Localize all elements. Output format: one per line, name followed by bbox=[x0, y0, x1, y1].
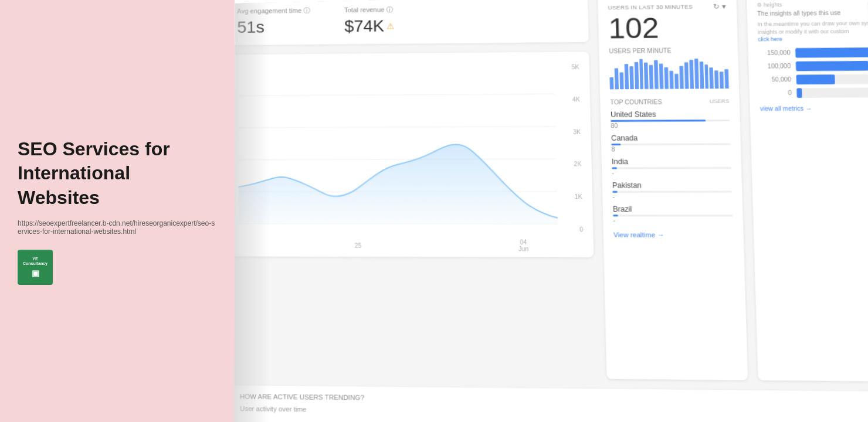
bar bbox=[689, 60, 694, 89]
country-value: 80 bbox=[611, 122, 730, 129]
country-row: India - bbox=[612, 157, 731, 176]
country-bar-container bbox=[612, 191, 732, 193]
bar bbox=[664, 67, 669, 89]
country-bar bbox=[612, 191, 617, 193]
countries-container: United States 80 Canada 8 India - Pakist… bbox=[611, 110, 733, 224]
h-bar-track bbox=[795, 47, 868, 57]
country-name: United States bbox=[611, 110, 730, 118]
top-countries-label: TOP COUNTRIES USERS bbox=[610, 98, 729, 106]
bottom-subtitle: User activity over time bbox=[240, 405, 868, 420]
bottom-section: HOW ARE ACTIVE USERS TRENDING? User acti… bbox=[234, 385, 868, 422]
horizontal-bars: 150,000 100,000 50,000 0 bbox=[758, 47, 868, 98]
h-bar-track bbox=[796, 87, 868, 98]
logo-text: YE Consultancy bbox=[18, 257, 53, 267]
chart-x-labels: 25 04Jun bbox=[239, 239, 568, 253]
bar bbox=[654, 60, 659, 89]
y-label-1k: 1K bbox=[575, 193, 582, 200]
country-bar bbox=[611, 144, 621, 145]
country-row: Canada 8 bbox=[611, 134, 731, 153]
bar bbox=[629, 66, 633, 89]
left-panel: SEO Services for International Websites … bbox=[0, 0, 235, 422]
bar bbox=[615, 68, 619, 89]
revenue-value: $74K bbox=[344, 16, 385, 36]
h-bar-fill bbox=[796, 88, 802, 98]
h-bar-label: 50,000 bbox=[759, 76, 791, 83]
bar bbox=[639, 59, 644, 89]
country-value: - bbox=[613, 217, 733, 224]
h-bar-track bbox=[796, 60, 868, 71]
svg-line-2 bbox=[238, 159, 557, 159]
bar bbox=[634, 62, 639, 89]
h-bar-fill bbox=[795, 47, 868, 58]
view-all-link[interactable]: view all metrics → bbox=[760, 104, 868, 112]
h-bar-fill bbox=[796, 61, 868, 72]
bar bbox=[704, 64, 709, 89]
engagement-value: 51s bbox=[237, 17, 310, 36]
h-bar-row: 150,000 bbox=[758, 47, 868, 57]
country-name: Brazil bbox=[613, 205, 733, 214]
bar bbox=[624, 64, 628, 89]
country-name: India bbox=[612, 157, 731, 166]
realtime-card: USERS IN LAST 30 MINUTES ↻ ▾ 102 USERS P… bbox=[598, 0, 748, 380]
bar bbox=[674, 74, 679, 89]
bar bbox=[710, 67, 714, 89]
svg-line-0 bbox=[238, 94, 555, 96]
logo-badge: YE Consultancy ▣ bbox=[18, 250, 53, 285]
country-bar-container bbox=[612, 167, 731, 169]
dashboard-container: Avg engagement time ⓘ 51s Total revenue … bbox=[234, 0, 868, 422]
h-bar-label: 150,000 bbox=[758, 49, 791, 56]
bar bbox=[619, 73, 623, 90]
refresh-icon[interactable]: ↻ ▾ bbox=[713, 2, 727, 11]
metrics-row: Avg engagement time ⓘ 51s Total revenue … bbox=[234, 0, 589, 45]
country-bar-container bbox=[613, 215, 733, 216]
revenue-label: Total revenue ⓘ bbox=[344, 5, 395, 15]
logo-icon: ▣ bbox=[32, 268, 39, 278]
bar bbox=[644, 63, 649, 89]
y-label-3k: 3K bbox=[573, 128, 581, 135]
bar bbox=[659, 64, 664, 89]
dashboard-panel: Avg engagement time ⓘ 51s Total revenue … bbox=[234, 0, 868, 422]
country-row: United States 80 bbox=[611, 110, 730, 129]
h-bar-label: 0 bbox=[760, 90, 792, 97]
line-chart-svg bbox=[238, 62, 583, 224]
h-bar-row: 50,000 bbox=[759, 74, 868, 84]
users-per-minute-label: USERS PER MINUTE bbox=[609, 47, 728, 55]
y-label-0: 0 bbox=[579, 226, 583, 233]
country-value: - bbox=[612, 193, 732, 200]
y-label-2k: 2K bbox=[574, 161, 581, 168]
h-bar-label: 100,000 bbox=[759, 63, 791, 70]
country-name: Canada bbox=[611, 134, 731, 142]
view-realtime-link[interactable]: View realtime → bbox=[613, 231, 734, 239]
right-chart-card: ⚙ heights The insights all types this us… bbox=[747, 0, 868, 382]
bar bbox=[714, 70, 718, 89]
h-bar-fill bbox=[796, 74, 835, 84]
right-chart-title: ⚙ heights The insights all types this us… bbox=[757, 1, 868, 43]
line-chart-area: 5K 4K 3K 2K 1K 0 bbox=[234, 52, 594, 257]
bar bbox=[669, 71, 673, 89]
bar bbox=[694, 59, 699, 89]
h-bar-row: 100,000 bbox=[759, 60, 868, 71]
country-name: Pakistan bbox=[612, 181, 732, 190]
revenue-metric: Total revenue ⓘ $74K ⚠ bbox=[344, 5, 395, 36]
engagement-label: Avg engagement time ⓘ bbox=[237, 6, 310, 15]
bar bbox=[725, 69, 729, 89]
country-bar bbox=[613, 215, 618, 216]
x-label-04jun: 04Jun bbox=[518, 239, 529, 253]
y-label-4k: 4K bbox=[572, 96, 580, 103]
realtime-header: USERS IN LAST 30 MINUTES ↻ ▾ bbox=[608, 2, 726, 12]
bar bbox=[610, 77, 614, 90]
realtime-header-label: USERS IN LAST 30 MINUTES bbox=[608, 4, 693, 11]
country-value: 8 bbox=[611, 146, 731, 153]
bar bbox=[720, 72, 724, 89]
page-title: SEO Services for International Websites bbox=[18, 137, 217, 210]
country-row: Brazil - bbox=[613, 205, 733, 224]
svg-line-1 bbox=[238, 127, 556, 128]
page-url: https://seoexpertfreelancer.b-cdn.net/hi… bbox=[18, 219, 217, 236]
engagement-metric: Avg engagement time ⓘ 51s bbox=[237, 6, 310, 36]
users-per-minute-chart bbox=[609, 59, 729, 90]
warning-icon: ⚠ bbox=[386, 21, 395, 30]
h-bar-row: 0 bbox=[760, 87, 868, 98]
bar bbox=[649, 65, 653, 89]
bottom-section-label: HOW ARE ACTIVE USERS TRENDING? bbox=[240, 393, 868, 407]
bar bbox=[679, 66, 683, 89]
